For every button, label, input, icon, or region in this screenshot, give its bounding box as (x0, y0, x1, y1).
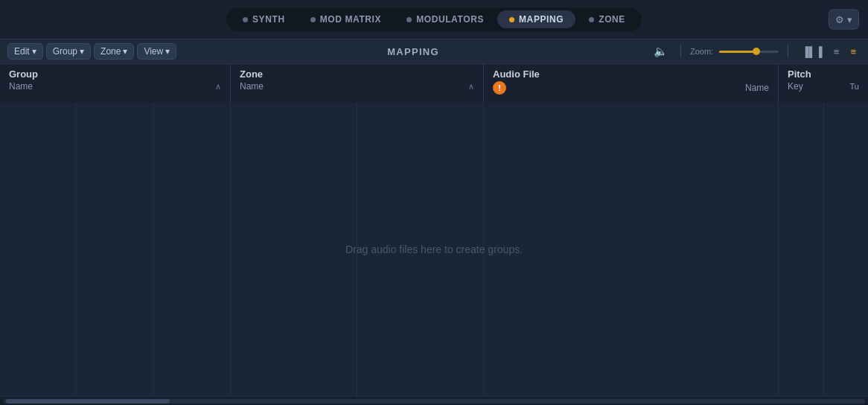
gear-chevron-icon: ▾ (847, 14, 852, 25)
bars-view-button[interactable]: ▐▌▐ (797, 44, 827, 60)
table-body: Drag audio files here to create groups. (0, 103, 868, 396)
pitch-sub-col-2 (824, 103, 869, 396)
column-headers: Group Name ∧ Zone Name ∧ Audio File ! Na… (0, 64, 868, 103)
scrollbar-area (0, 396, 868, 405)
pitch-key-label: Key (788, 81, 803, 92)
zoom-label: Zoom: (690, 47, 713, 56)
zone-col-top: Zone (240, 68, 474, 80)
audio-col-top: Audio File (493, 68, 769, 80)
list-view-button-2[interactable]: ≡ (846, 44, 861, 60)
pitch-col-top: Pitch (788, 68, 859, 80)
audio-body (484, 103, 779, 396)
zone-sort-icon[interactable]: ∧ (468, 82, 474, 92)
group-button[interactable]: Group ▾ (46, 43, 91, 60)
warning-icon: ! (493, 81, 506, 95)
group-label: Group (53, 46, 77, 57)
edit-button[interactable]: Edit ▾ (7, 43, 43, 60)
view-buttons: ▐▌▐ ≡ ≡ (797, 44, 861, 60)
zone-dot (589, 17, 594, 22)
zone-button[interactable]: Zone ▾ (94, 43, 134, 60)
top-nav: SYNTH MOD MATRIX MODULATORS MAPPING ZONE… (0, 0, 868, 39)
zone-label: ZONE (599, 14, 625, 25)
tune-label: Tu (850, 82, 859, 91)
nav-tab-mod-matrix[interactable]: MOD MATRIX (299, 10, 393, 28)
edit-chevron-icon: ▾ (32, 46, 36, 57)
zone-sub-col-1 (231, 103, 357, 396)
toolbar-title: MAPPING (179, 46, 647, 57)
view-button[interactable]: View ▾ (137, 43, 176, 60)
mod-matrix-label: MOD MATRIX (320, 14, 381, 25)
speaker-button[interactable]: 🔈 (650, 43, 671, 60)
list-view-button-1[interactable]: ≡ (829, 44, 844, 60)
zone-column-header: Zone Name ∧ (231, 64, 484, 103)
gear-icon: ⚙ (835, 14, 844, 25)
table-area: Group Name ∧ Zone Name ∧ Audio File ! Na… (0, 64, 868, 405)
main-content: Edit ▾ Group ▾ Zone ▾ View ▾ MAPPING 🔈 Z… (0, 39, 868, 405)
modulators-label: MODULATORS (416, 14, 484, 25)
mapping-dot (509, 17, 514, 22)
group-column-header: Group Name ∧ (0, 64, 231, 103)
audio-column-header: Audio File ! Name (484, 64, 779, 103)
view-label: View (144, 46, 163, 57)
zone-col-bottom: Name ∧ (240, 81, 474, 92)
zoom-thumb (753, 48, 760, 55)
group-sub-col-3 (154, 103, 230, 396)
toolbar: Edit ▾ Group ▾ Zone ▾ View ▾ MAPPING 🔈 Z… (0, 39, 868, 64)
group-sort-icon[interactable]: ∧ (215, 82, 221, 92)
pitch-body (779, 103, 868, 396)
group-sub-col-2 (77, 103, 153, 396)
mapping-label: MAPPING (519, 14, 564, 25)
audio-col-bottom: ! Name (493, 81, 769, 95)
mod-matrix-dot (310, 17, 316, 22)
toolbar-divider (680, 45, 681, 58)
audio-name-label: Name (745, 83, 769, 93)
nav-tabs: SYNTH MOD MATRIX MODULATORS MAPPING ZONE (226, 7, 642, 31)
nav-tab-zone[interactable]: ZONE (577, 10, 637, 28)
toolbar-right: 🔈 Zoom: ▐▌▐ ≡ ≡ (650, 43, 861, 60)
zone-sub-col-2 (357, 103, 483, 396)
nav-tab-synth[interactable]: SYNTH (231, 10, 297, 28)
group-name-label: Name (9, 81, 33, 92)
scrollbar-thumb[interactable] (6, 399, 170, 404)
zone-name-label: Name (240, 81, 264, 92)
synth-label: SYNTH (252, 14, 285, 25)
modulators-dot (406, 17, 412, 22)
edit-label: Edit (14, 46, 30, 57)
group-col-top: Group (9, 68, 221, 80)
nav-tab-mapping[interactable]: MAPPING (497, 10, 575, 28)
nav-tab-modulators[interactable]: MODULATORS (395, 10, 496, 28)
gear-button[interactable]: ⚙ ▾ (829, 10, 859, 30)
zone-chevron-icon: ▾ (123, 46, 127, 57)
pitch-column-header: Pitch Key Tu (779, 64, 868, 103)
pitch-col-bottom: Key Tu (788, 81, 859, 92)
toolbar-divider-2 (788, 45, 788, 58)
zoom-slider[interactable] (719, 51, 779, 53)
view-chevron-icon: ▾ (165, 46, 170, 57)
group-chevron-icon: ▾ (80, 46, 84, 57)
zone-body (231, 103, 484, 396)
scrollbar-track[interactable] (3, 399, 865, 404)
group-sub-col-1 (0, 103, 77, 396)
group-col-bottom: Name ∧ (9, 81, 221, 92)
zone-label: Zone (100, 46, 121, 57)
pitch-sub-col-1 (779, 103, 824, 396)
group-body (0, 103, 231, 396)
synth-dot (243, 17, 248, 22)
